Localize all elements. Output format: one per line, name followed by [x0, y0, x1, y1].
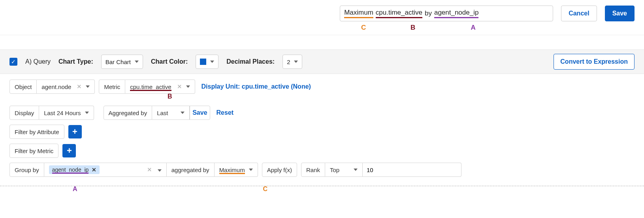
chevron-down-icon: [210, 61, 214, 63]
reset-link[interactable]: Reset: [214, 109, 236, 116]
aggregated-by-selector: Aggregated by Last Save: [104, 106, 210, 120]
filter-by-metric-label: Filter by Metric: [9, 144, 58, 158]
chevron-down-icon: [86, 85, 90, 88]
query-header: ✓ A) Query Chart Type: Bar Chart Chart C…: [0, 49, 644, 74]
grp-aggregated-by-value: Maximum: [219, 167, 245, 173]
group-by-chip-text: agent_node_ip: [52, 167, 89, 173]
chart-color-select[interactable]: [196, 55, 218, 69]
filter-by-attribute-label: Filter by Attribute: [9, 125, 64, 139]
rank-direction-value: Top: [330, 167, 350, 173]
chart-type-select[interactable]: Bar Chart: [101, 55, 143, 69]
cancel-button[interactable]: Cancel: [561, 6, 597, 21]
add-attribute-filter-button[interactable]: +: [68, 125, 82, 138]
object-label: Object: [9, 80, 37, 94]
anno-c-below: C: [263, 186, 268, 193]
display-label: Display: [9, 106, 39, 120]
group-by-value-select[interactable]: agent_node_ip ✕ ✕: [44, 163, 167, 177]
decimal-places-value: 2: [287, 59, 290, 65]
save-button[interactable]: Save: [605, 6, 635, 21]
close-icon[interactable]: ✕: [77, 83, 82, 90]
title-seg-a: agent_node_ip: [434, 9, 479, 18]
chevron-down-icon: [294, 61, 298, 63]
anno-b: B: [383, 24, 443, 32]
anno-b-below: B: [168, 93, 172, 100]
rank-label: Rank: [301, 163, 325, 177]
rank-selector: Rank Top: [301, 163, 461, 177]
chip-remove-icon[interactable]: ✕: [92, 167, 96, 173]
rank-direction-select[interactable]: Top: [325, 163, 363, 177]
display-value-select[interactable]: Last 24 Hours: [39, 106, 94, 120]
add-metric-filter-button[interactable]: +: [62, 144, 76, 157]
color-swatch: [200, 59, 206, 65]
title-annotations: C B A: [340, 24, 553, 32]
group-by-chip: agent_node_ip ✕: [49, 165, 100, 174]
grp-aggregated-by-label: aggregated by: [167, 163, 215, 177]
display-value: Last 24 Hours: [44, 110, 81, 116]
chart-type-label: Chart Type:: [58, 58, 93, 65]
metric-value: cpu.time_active: [130, 83, 171, 90]
group-by-selector: Group by agent_node_ip ✕ ✕ aggregated by…: [9, 163, 258, 177]
query-label: A) Query: [25, 58, 51, 65]
apply-fx-button[interactable]: Apply f(x): [262, 163, 297, 177]
display-unit-link[interactable]: Display Unit: cpu.time_active (None): [199, 83, 313, 90]
object-value: agent.node: [41, 83, 71, 90]
chevron-down-icon: [186, 85, 190, 88]
aggregated-by-label: Aggregated by: [104, 106, 153, 120]
anno-a: A: [443, 24, 504, 32]
metric-selector: Metric cpu.time_active ✕: [99, 80, 195, 94]
chevron-down-icon: [85, 112, 89, 114]
grp-aggregated-by-select[interactable]: Maximum: [215, 163, 258, 177]
close-icon[interactable]: ✕: [147, 166, 152, 173]
chart-color-label: Chart Color:: [151, 58, 188, 65]
chart-type-value: Bar Chart: [105, 59, 131, 65]
rank-n-input[interactable]: [363, 163, 461, 177]
chevron-down-icon: [158, 169, 162, 172]
title-seg-b: cpu.time_active: [376, 9, 422, 18]
title-word-by: by: [425, 9, 432, 17]
close-icon[interactable]: ✕: [177, 83, 182, 90]
anno-c: C: [344, 24, 383, 32]
group-by-label: Group by: [9, 163, 44, 177]
object-value-select[interactable]: agent.node ✕: [37, 80, 95, 94]
anno-a-below: A: [73, 186, 77, 193]
object-selector: Object agent.node ✕: [9, 80, 95, 94]
chevron-down-icon: [181, 112, 185, 114]
query-enabled-checkbox[interactable]: ✓: [9, 58, 17, 66]
chevron-down-icon: [249, 169, 253, 171]
decimal-places-select[interactable]: 2: [282, 55, 302, 69]
display-range-selector: Display Last 24 Hours: [9, 106, 94, 120]
title-seg-c: Maximum: [344, 9, 373, 18]
convert-to-expression-button[interactable]: Convert to Expression: [554, 54, 635, 70]
dotted-divider: [0, 186, 644, 186]
divider: [0, 35, 644, 35]
chart-title-input[interactable]: Maximum cpu.time_active by agent_node_ip: [340, 6, 553, 21]
metric-value-select[interactable]: cpu.time_active ✕: [125, 80, 195, 94]
decimal-places-label: Decimal Places:: [226, 58, 275, 65]
agg-save-button[interactable]: Save: [190, 106, 210, 120]
chevron-down-icon: [354, 169, 358, 171]
aggregated-by-value-select[interactable]: Last: [152, 106, 190, 120]
aggregated-by-value: Last: [157, 110, 177, 116]
metric-label: Metric: [99, 80, 125, 94]
chevron-down-icon: [135, 61, 139, 63]
